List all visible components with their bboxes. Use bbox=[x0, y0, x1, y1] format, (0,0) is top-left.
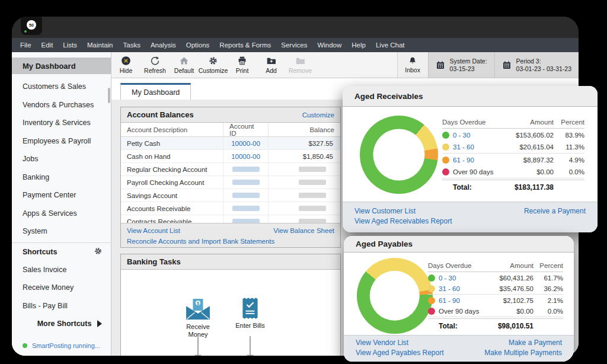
make-a-payment-link[interactable]: Make a Payment bbox=[509, 339, 562, 347]
period-display[interactable]: Period 3: 03-01-23 - 03-31-23 bbox=[494, 52, 579, 78]
customize-link[interactable]: Customize bbox=[302, 111, 334, 119]
legend-percent: 36.2% bbox=[533, 285, 563, 292]
shortcut-item-sales-invoice[interactable]: Sales Invoice bbox=[12, 261, 111, 279]
shortcuts-title: Shortcuts bbox=[23, 248, 57, 256]
refresh-icon bbox=[150, 56, 160, 66]
period-label: Period 3: bbox=[516, 58, 571, 65]
legend-header: Days OverdueAmountPercent bbox=[428, 262, 563, 272]
legend-amount: $153,605.02 bbox=[512, 132, 554, 139]
legend-range-link[interactable]: 61 - 90 bbox=[439, 297, 493, 304]
inbox-button[interactable]: Inbox bbox=[397, 52, 428, 78]
view-vendor-list-link[interactable]: View Vendor List bbox=[356, 339, 444, 347]
legend-row: 0 - 30$60,431.2661.7% bbox=[428, 272, 563, 283]
hide-button[interactable]: Hide bbox=[111, 52, 140, 78]
menu-item-reports-forms[interactable]: Reports & Forms bbox=[219, 41, 271, 49]
legend-row: Over 90 days$0.000.0% bbox=[428, 306, 563, 317]
menu-item-lists[interactable]: Lists bbox=[63, 41, 77, 49]
more-shortcuts-button[interactable]: More Shortcuts bbox=[12, 315, 111, 333]
legend-percent: 61.7% bbox=[533, 274, 563, 282]
sidebar-item-apps-services[interactable]: Apps & Services bbox=[12, 205, 111, 223]
legend-range-link[interactable]: 31 - 60 bbox=[453, 143, 512, 151]
gear-icon bbox=[208, 56, 218, 66]
sidebar-item-payment-center[interactable]: Payment Center bbox=[12, 186, 111, 205]
menu-item-maintain[interactable]: Maintain bbox=[87, 41, 113, 49]
aged-receivables-card: Aged Receivables Days OverdueAmountPerce… bbox=[343, 86, 598, 232]
receive-a-payment-link[interactable]: Receive a Payment bbox=[524, 207, 586, 215]
legend-percent: 4.9% bbox=[554, 157, 584, 164]
account-id-link[interactable]: 10000-00 bbox=[231, 153, 260, 160]
view-balance-sheet-link[interactable]: View Balance Sheet bbox=[273, 226, 334, 236]
sidebar-item-my-dashboard[interactable]: My Dashboard bbox=[12, 58, 111, 74]
masked-value bbox=[232, 167, 260, 172]
view-aged-payables-report-link[interactable]: View Aged Payables Report bbox=[356, 349, 444, 357]
reconcile-accounts-link[interactable]: Reconcile Accounts and Import Bank State… bbox=[127, 238, 274, 245]
menu-item-options[interactable]: Options bbox=[186, 41, 210, 49]
default-button[interactable]: Default bbox=[170, 52, 199, 78]
account-description: Cash on Hand bbox=[121, 153, 223, 160]
legend-dot-icon bbox=[442, 132, 449, 139]
account-description: Petty Cash bbox=[121, 140, 223, 147]
tab-my-dashboard[interactable]: My Dashboard bbox=[120, 83, 191, 100]
shortcut-item-receive-money[interactable]: Receive Money bbox=[12, 279, 111, 297]
legend-range-link[interactable]: 31 - 60 bbox=[439, 285, 493, 292]
menu-item-file[interactable]: File bbox=[20, 41, 31, 49]
balance-value: $1,850.45 bbox=[303, 153, 333, 160]
table-row: Regular Checking Account bbox=[121, 163, 340, 176]
system-date-display[interactable]: System Date: 03-15-23 bbox=[428, 52, 494, 78]
menu-item-services[interactable]: Services bbox=[281, 41, 307, 49]
menu-item-tasks[interactable]: Tasks bbox=[123, 41, 140, 49]
smartposting-status[interactable]: SmartPosting running... bbox=[23, 342, 100, 349]
legend-range-link[interactable]: 61 - 90 bbox=[453, 157, 512, 164]
shortcut-item-bills-pay-bill[interactable]: Bills - Pay Bill bbox=[12, 297, 111, 315]
refresh-button[interactable]: Refresh bbox=[140, 52, 170, 78]
customize-button[interactable]: Customize bbox=[199, 52, 228, 78]
receive-money-task[interactable]: $ Receive Money bbox=[177, 298, 219, 339]
aged-receivables-title: Aged Receivables bbox=[354, 92, 423, 101]
shortcuts-gear-icon[interactable] bbox=[94, 247, 103, 257]
account-table-body: Petty Cash10000-00$327.55Cash on Hand100… bbox=[121, 137, 340, 224]
account-id-cell bbox=[223, 189, 269, 202]
period-value: 03-01-23 - 03-31-23 bbox=[516, 65, 571, 73]
sidebar-item-customers-sales[interactable]: Customers & Sales bbox=[12, 78, 111, 96]
menu-item-analysis[interactable]: Analysis bbox=[151, 41, 176, 49]
account-id-cell bbox=[223, 176, 269, 189]
menu-item-edit[interactable]: Edit bbox=[41, 41, 53, 49]
legend-amount: $2,102.75 bbox=[493, 297, 533, 304]
legend-range: Over 90 days bbox=[453, 168, 512, 175]
legend-range-link[interactable]: 0 - 30 bbox=[439, 274, 493, 282]
legend-row: 0 - 30$153,605.0283.9% bbox=[442, 129, 584, 141]
view-account-list-link[interactable]: View Account List bbox=[127, 226, 180, 236]
legend-amount: $60,431.26 bbox=[493, 274, 533, 282]
add-button[interactable]: Add bbox=[257, 52, 286, 78]
legend-row: 61 - 90$8,897.324.9% bbox=[442, 154, 584, 166]
legend-col-percent: Percent bbox=[533, 262, 563, 269]
menu-item-window[interactable]: Window bbox=[317, 41, 341, 49]
balance-cell: $327.55 bbox=[269, 140, 340, 147]
view-customer-list-link[interactable]: View Customer List bbox=[354, 207, 452, 215]
legend-range-link[interactable]: 0 - 30 bbox=[453, 132, 512, 139]
sidebar-item-banking[interactable]: Banking bbox=[12, 168, 111, 187]
balance-cell bbox=[269, 167, 340, 172]
legend-row: Over 90 days$0.000.0% bbox=[442, 166, 584, 178]
sidebar-item-employees-payroll[interactable]: Employees & Payroll bbox=[12, 132, 111, 151]
account-description: Payroll Checking Account bbox=[121, 179, 223, 186]
sidebar-item-inventory-services[interactable]: Inventory & Services bbox=[12, 114, 111, 132]
sidebar-item-vendors-purchases[interactable]: Vendors & Purchases bbox=[12, 96, 111, 114]
hide-icon bbox=[121, 56, 131, 66]
sidebar: My Dashboard Customers & SalesVendors & … bbox=[12, 52, 111, 356]
smartposting-status-dot bbox=[23, 343, 27, 348]
legend-row: 31 - 60$35,476.5036.2% bbox=[428, 283, 563, 295]
enter-bills-task[interactable]: Enter Bills bbox=[229, 297, 271, 330]
print-button[interactable]: Print bbox=[228, 52, 257, 78]
legend-col-amount: Amount bbox=[512, 119, 554, 126]
sage50-app-icon[interactable]: 50 bbox=[21, 17, 42, 35]
menu-item-live-chat[interactable]: Live Chat bbox=[376, 41, 405, 49]
sidebar-item-system[interactable]: System bbox=[12, 222, 111, 241]
make-multiple-payments-link[interactable]: Make Multiple Payments bbox=[484, 349, 562, 357]
account-id-link[interactable]: 10000-00 bbox=[231, 140, 260, 147]
sidebar-scrollbar-thumb[interactable] bbox=[108, 88, 110, 103]
view-aged-receivables-report-link[interactable]: View Aged Receivables Report bbox=[354, 217, 452, 225]
total-label: Total: bbox=[439, 322, 493, 330]
menu-item-help[interactable]: Help bbox=[352, 41, 366, 49]
sidebar-item-jobs[interactable]: Jobs bbox=[12, 150, 111, 168]
